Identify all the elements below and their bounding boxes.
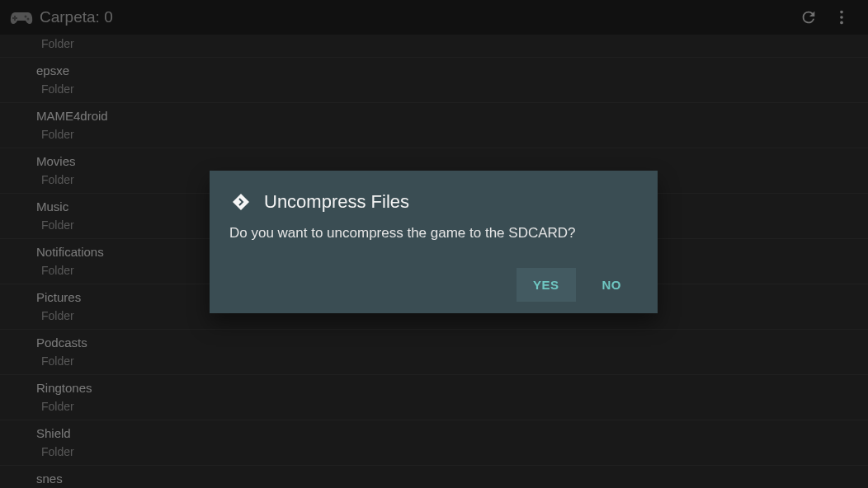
- dialog-title: Uncompress Files: [264, 191, 409, 213]
- modal-overlay[interactable]: Uncompress Files Do you want to uncompre…: [0, 0, 868, 488]
- no-button[interactable]: NO: [586, 268, 639, 302]
- dialog-message: Do you want to uncompress the game to th…: [229, 225, 638, 242]
- diamond-icon: [229, 190, 252, 214]
- yes-button[interactable]: YES: [517, 268, 576, 302]
- dialog-actions: YES NO: [229, 268, 638, 302]
- dialog-header: Uncompress Files: [229, 190, 638, 214]
- uncompress-dialog: Uncompress Files Do you want to uncompre…: [210, 171, 658, 313]
